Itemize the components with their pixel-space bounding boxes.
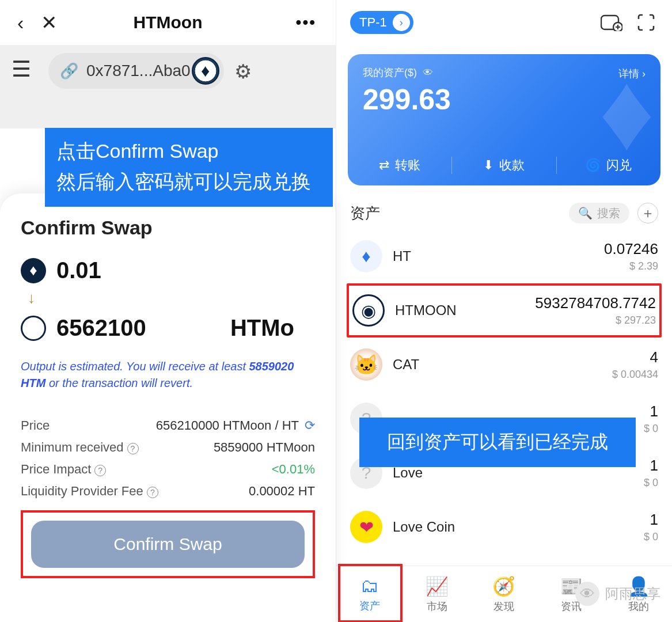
to-token-label: HTMo: [230, 315, 294, 341]
chevron-right-icon: ›: [393, 14, 410, 31]
confirm-swap-sheet: Confirm Swap ♦ 0.01 ↓ ◉ 6562100 HTMo Out…: [0, 194, 336, 622]
add-asset-button[interactable]: ＋: [637, 203, 658, 223]
htmoon-token-icon: ◉: [21, 316, 46, 341]
estimate-note: Output is estimated. You will receive at…: [21, 358, 315, 392]
chain-badge-icon: ♦: [192, 57, 219, 85]
address-bar: ☰ 🔗 0x7871...Aba0 ♦ ⚙: [0, 45, 336, 128]
help-icon[interactable]: ?: [127, 443, 139, 454]
annotation-line2: 然后输入密码就可以完成兑换: [56, 166, 321, 197]
scan-icon[interactable]: [634, 12, 658, 33]
price-impact-value: <0.01%: [272, 462, 315, 477]
back-icon[interactable]: ‹: [17, 12, 24, 34]
annotation-left: 点击Confirm Swap 然后输入密码就可以完成兑换: [45, 128, 333, 207]
swap-arrow-icon: ↓: [28, 289, 315, 307]
receive-button[interactable]: ⬇收款: [452, 157, 556, 174]
price-impact-label: Price Impact: [21, 462, 91, 476]
market-icon: 📈: [426, 575, 449, 597]
annotation-line1: 点击Confirm Swap: [56, 136, 321, 166]
refresh-icon[interactable]: ⟳: [305, 418, 315, 433]
nav-discover[interactable]: 🧭 发现: [470, 566, 538, 622]
settings-icon[interactable]: ⚙: [234, 60, 252, 83]
lovecoin-icon: ❤: [350, 511, 382, 543]
swap-topbar: ‹ ✕ HTMoon •••: [0, 0, 336, 45]
swap-from-row: ♦ 0.01: [21, 257, 315, 283]
close-icon[interactable]: ✕: [41, 11, 57, 34]
wallet-address: 0x7871...Aba0: [86, 62, 191, 80]
help-icon[interactable]: ?: [94, 465, 106, 476]
sheet-title: Confirm Swap: [21, 217, 315, 239]
add-wallet-icon[interactable]: [599, 12, 624, 33]
more-icon[interactable]: •••: [296, 13, 316, 32]
transfer-icon: ⇄: [379, 158, 389, 173]
balance-actions: ⇄转账 ⬇收款 🌀闪兑: [348, 145, 660, 185]
assets-title: 资产: [350, 203, 569, 223]
swap-button[interactable]: 🌀闪兑: [557, 157, 660, 174]
swap-screen: ‹ ✕ HTMoon ••• ☰ 🔗 0x7871...Aba0 ♦ ⚙ 点击C…: [0, 0, 336, 622]
balance-card: ♦ 我的资产($)👁 详情 › 299.63 ⇄转账 ⬇收款 🌀闪兑: [348, 54, 660, 185]
ht-icon: ♦: [350, 240, 382, 272]
min-received-label: Minimum received: [21, 440, 124, 454]
search-icon: 🔍: [578, 206, 593, 220]
transfer-button[interactable]: ⇄转账: [348, 157, 451, 174]
asset-list: ♦ HT 0.07246 $ 2.39 ◉ HTMOON 5932784708.…: [336, 229, 672, 566]
asset-row-htmoon[interactable]: ◉ HTMOON 5932784708.7742 $ 297.23: [347, 283, 662, 337]
annotation-right: 回到资产可以看到已经完成: [359, 418, 636, 467]
htmoon-icon: ◉: [352, 294, 385, 327]
asset-row-ht[interactable]: ♦ HT 0.07246 $ 2.39: [347, 229, 662, 283]
menu-icon[interactable]: ☰: [12, 56, 31, 82]
to-amount: 6562100: [56, 315, 146, 341]
help-icon[interactable]: ?: [147, 487, 158, 498]
asset-row-cat[interactable]: 🐱 CAT 4 $ 0.00434: [347, 337, 662, 392]
receive-icon: ⬇: [483, 158, 493, 173]
link-icon: 🔗: [60, 62, 78, 80]
balance-label: 我的资产($)👁: [363, 66, 646, 79]
min-received-value: 5859000 HTMoon: [214, 440, 315, 455]
assets-header: 资产 🔍 搜索 ＋: [336, 185, 672, 229]
price-value: 656210000 HTMoon / HT: [156, 418, 299, 433]
search-placeholder: 搜索: [597, 206, 620, 221]
swap-details: Price 656210000 HTMoon / HT⟳ Minimum rec…: [21, 418, 315, 499]
watermark: 👁 阿雨思享: [575, 582, 660, 606]
ht-token-icon: ♦: [21, 258, 46, 283]
lp-fee-value: 0.00002 HT: [249, 484, 315, 499]
swap-icon: 🌀: [585, 158, 601, 173]
eye-icon[interactable]: 👁: [423, 67, 433, 78]
price-label: Price: [21, 418, 50, 433]
compass-icon: 🧭: [492, 575, 515, 597]
weibo-icon: 👁: [575, 582, 599, 606]
swap-to-row: ◉ 6562100 HTMo: [21, 315, 315, 341]
search-input[interactable]: 🔍 搜索: [569, 203, 629, 223]
wallet-tag: TP-1: [359, 15, 387, 30]
from-amount: 0.01: [56, 257, 101, 283]
page-title: HTMoon: [134, 13, 203, 32]
asset-row-lovecoin[interactable]: ❤ Love Coin 1 $ 0: [347, 500, 662, 554]
confirm-swap-button[interactable]: Confirm Swap: [31, 521, 305, 568]
cat-icon: 🐱: [350, 348, 382, 381]
address-pill[interactable]: 🔗 0x7871...Aba0 ♦: [48, 53, 224, 89]
lp-fee-label: Liquidity Provider Fee: [21, 484, 143, 498]
nav-highlight: [338, 564, 403, 622]
nav-market[interactable]: 📈 市场: [404, 566, 471, 622]
wallet-topbar: TP-1 ›: [336, 0, 672, 45]
wallet-selector[interactable]: TP-1 ›: [350, 11, 413, 34]
wallet-screen: TP-1 › ♦ 我的资产($)👁 详情 › 299.63 ⇄转账 ⬇收款 🌀闪…: [336, 0, 672, 622]
balance-detail-link[interactable]: 详情 ›: [618, 67, 646, 81]
confirm-highlight: Confirm Swap: [21, 510, 315, 578]
